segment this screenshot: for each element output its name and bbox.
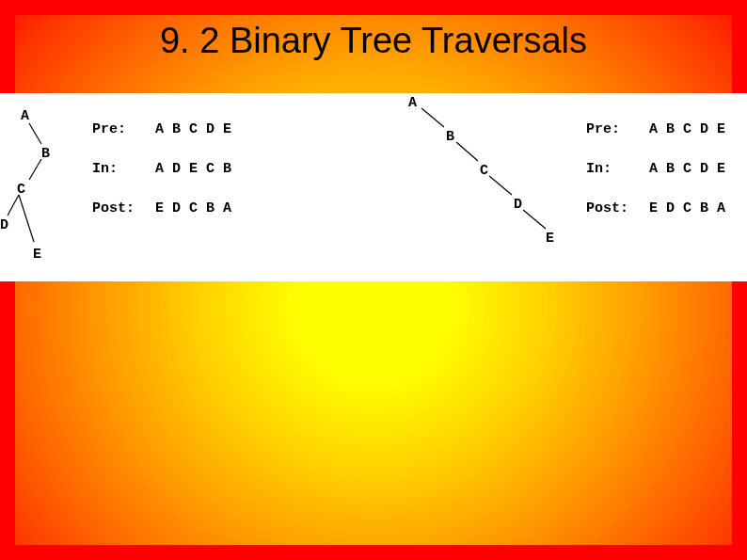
svg-line-4 — [421, 108, 444, 127]
svg-line-7 — [523, 210, 546, 229]
left-in-value: A D E C B — [155, 161, 231, 199]
left-pre-value: A B C D E — [155, 121, 231, 159]
right-post-row: Post: E D C B A — [586, 200, 725, 238]
right-node-A: A — [408, 95, 417, 111]
svg-line-0 — [29, 123, 41, 144]
left-post-label: Post: — [92, 200, 153, 238]
svg-line-1 — [29, 159, 41, 180]
left-node-C: C — [17, 182, 25, 198]
diagram-area: A B C D E Pre: A B C D E In: A D E C B P… — [0, 93, 747, 281]
right-pre-label: Pre: — [586, 121, 647, 159]
right-pre-value: A B C D E — [649, 121, 725, 159]
left-traversal-table: Pre: A B C D E In: A D E C B Post: E D C… — [90, 120, 233, 240]
left-pre-label: Pre: — [92, 121, 153, 159]
right-node-C: C — [480, 163, 488, 179]
right-traversal-table: Pre: A B C D E In: A B C D E Post: E D C… — [584, 120, 727, 240]
left-node-E: E — [33, 247, 41, 263]
left-node-D: D — [0, 217, 8, 233]
right-post-value: E D C B A — [649, 200, 725, 238]
right-in-value: A B C D E — [649, 161, 725, 199]
left-in-label: In: — [92, 161, 153, 199]
right-tree-diagram: A B C D E — [395, 93, 564, 281]
left-pre-row: Pre: A B C D E — [92, 121, 231, 159]
right-in-row: In: A B C D E — [586, 161, 725, 199]
right-node-E: E — [546, 231, 554, 247]
svg-line-5 — [456, 142, 478, 161]
right-node-D: D — [514, 197, 522, 213]
page-title: 9. 2 Binary Tree Traversals — [0, 21, 747, 61]
left-post-value: E D C B A — [155, 200, 231, 238]
left-node-B: B — [41, 146, 50, 162]
svg-line-6 — [489, 176, 512, 195]
left-in-row: In: A D E C B — [92, 161, 231, 199]
svg-line-2 — [8, 195, 19, 216]
left-node-A: A — [21, 108, 29, 124]
svg-line-3 — [19, 195, 34, 242]
left-post-row: Post: E D C B A — [92, 200, 231, 238]
right-post-label: Post: — [586, 200, 647, 238]
right-node-B: B — [446, 129, 454, 145]
right-pre-row: Pre: A B C D E — [586, 121, 725, 159]
right-in-label: In: — [586, 161, 647, 199]
